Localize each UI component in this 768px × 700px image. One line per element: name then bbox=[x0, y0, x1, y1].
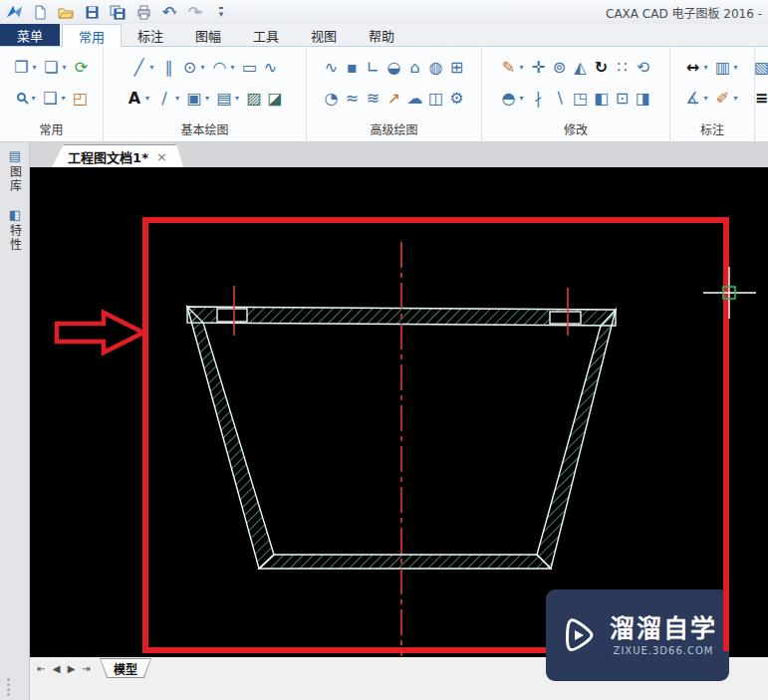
extend-icon[interactable]: ∖ bbox=[550, 89, 570, 109]
arrow-icon[interactable]: ↗ bbox=[384, 89, 404, 109]
coordinate-dimension-icon[interactable]: ∡ bbox=[683, 89, 703, 109]
spline-icon[interactable]: ∿ bbox=[261, 58, 281, 78]
line-caret-icon[interactable]: ▾ bbox=[150, 63, 158, 72]
tab-menu[interactable]: 菜单 bbox=[0, 24, 60, 46]
shift-icon[interactable]: ◧ bbox=[592, 89, 612, 109]
hole-icon[interactable]: ◍ bbox=[426, 58, 446, 78]
next-sheet-icon[interactable]: ▶ bbox=[64, 663, 79, 674]
annotation-caret-icon[interactable]: ▾ bbox=[734, 94, 742, 103]
zoom-caret-icon[interactable]: ▾ bbox=[32, 94, 40, 103]
coordinate-caret-icon[interactable]: ▾ bbox=[704, 94, 712, 103]
point-icon[interactable]: ▪ bbox=[343, 58, 363, 78]
paste-caret-icon[interactable]: ▾ bbox=[33, 63, 41, 72]
insert-table-icon[interactable]: ⊞ bbox=[447, 58, 467, 78]
break-icon[interactable]: ∤ bbox=[529, 89, 549, 109]
display-icon[interactable]: ◰ bbox=[71, 89, 91, 109]
curve-icon[interactable]: ∿ bbox=[322, 58, 342, 78]
table-caret-icon[interactable]: ▾ bbox=[235, 94, 243, 103]
group-label-modify: 修改 bbox=[482, 120, 669, 141]
mirror-icon[interactable]: ◭ bbox=[571, 58, 591, 78]
hatch-icon[interactable]: ▨ bbox=[244, 89, 264, 109]
fill-icon[interactable]: ◨ bbox=[634, 89, 653, 109]
block-caret-icon[interactable]: ▾ bbox=[205, 94, 213, 103]
copy-caret-icon[interactable]: ▾ bbox=[63, 63, 71, 72]
move-icon[interactable]: ✛ bbox=[529, 58, 549, 78]
centerline-icon[interactable]: ∕ bbox=[154, 89, 174, 109]
tolerance-caret-icon[interactable]: ▾ bbox=[734, 63, 742, 72]
stretch-icon[interactable]: ◓ bbox=[499, 89, 519, 109]
customize-quick-access-button[interactable]: ▾ bbox=[211, 3, 231, 22]
polygon-icon[interactable]: ⌂ bbox=[405, 58, 425, 78]
copy-entity-icon[interactable]: ⊚ bbox=[550, 58, 570, 78]
drawing-canvas[interactable] bbox=[30, 167, 768, 657]
tolerance-icon[interactable]: ▥ bbox=[713, 58, 733, 78]
style-partial-icon[interactable]: ▧ bbox=[755, 58, 768, 78]
close-icon[interactable]: × bbox=[156, 149, 167, 164]
centerline-caret-icon[interactable]: ▾ bbox=[175, 94, 183, 103]
sidebar-tab-library[interactable]: ▤ 图库 bbox=[3, 148, 27, 193]
open-file-icon[interactable] bbox=[56, 3, 76, 22]
rivet-icon[interactable]: ◫ bbox=[426, 89, 446, 109]
new-file-icon[interactable] bbox=[30, 3, 50, 22]
tab-dimension[interactable]: 标注 bbox=[122, 24, 179, 46]
arc-icon[interactable]: ◠ bbox=[210, 58, 230, 78]
partial-enlarge-icon[interactable]: ◔ bbox=[322, 89, 342, 109]
watermark-title: 溜溜自学 bbox=[610, 615, 717, 643]
print-icon[interactable] bbox=[133, 3, 153, 22]
annotation-icon[interactable]: ✐ bbox=[713, 89, 733, 109]
dimension-caret-icon[interactable]: ▾ bbox=[704, 63, 712, 72]
tab-help[interactable]: 帮助 bbox=[353, 24, 410, 46]
tab-frame[interactable]: 图幅 bbox=[179, 24, 237, 46]
prev-sheet-icon[interactable]: ◀ bbox=[49, 663, 64, 674]
first-sheet-icon[interactable]: ⇤ bbox=[34, 663, 49, 674]
rectangle-icon[interactable]: ▭ bbox=[240, 58, 260, 78]
refresh-icon[interactable]: ⟳ bbox=[72, 58, 92, 78]
parallel-line-icon[interactable]: ∥ bbox=[159, 58, 179, 78]
erase-icon[interactable]: ✎ bbox=[499, 58, 519, 78]
sheet-tab-model[interactable]: 模型 bbox=[100, 658, 151, 678]
array-icon[interactable]: ∷ bbox=[613, 58, 633, 78]
document-tab[interactable]: 工程图文档1* × bbox=[52, 144, 183, 167]
region-icon[interactable]: ◪ bbox=[265, 89, 285, 109]
table-icon[interactable]: ▤ bbox=[214, 89, 234, 109]
annotation-arrow-icon bbox=[57, 313, 143, 352]
last-sheet-icon[interactable]: ⇥ bbox=[79, 663, 94, 674]
stretch-caret-icon[interactable]: ▾ bbox=[520, 94, 528, 103]
arc-caret-icon[interactable]: ▾ bbox=[231, 63, 239, 72]
gear-icon[interactable]: ⚙ bbox=[447, 89, 467, 109]
formula-curve-icon[interactable]: ∟ bbox=[364, 58, 384, 78]
cloud-line-icon[interactable]: ☁ bbox=[405, 89, 425, 109]
pan-caret-icon[interactable]: ▾ bbox=[62, 94, 70, 103]
text-icon[interactable]: A bbox=[125, 89, 144, 109]
tab-tools[interactable]: 工具 bbox=[237, 24, 295, 46]
dimension-icon[interactable]: ↔ bbox=[683, 58, 703, 78]
text-caret-icon[interactable]: ▾ bbox=[145, 94, 153, 103]
manage-partial-icon[interactable]: ≡ bbox=[755, 89, 768, 109]
sidebar-tab-properties[interactable]: ◧ 特性 bbox=[3, 207, 27, 252]
left-sidebar: ▤ 图库 ◧ 特性 bbox=[0, 142, 30, 700]
zoom-icon[interactable] bbox=[17, 93, 26, 102]
rotate-icon[interactable]: ↻ bbox=[592, 58, 612, 78]
double-fold-line-icon[interactable]: ≋ bbox=[364, 89, 384, 109]
save-all-icon[interactable] bbox=[108, 3, 128, 22]
circle-icon[interactable]: ⊙ bbox=[180, 58, 200, 78]
wave-line-icon[interactable]: ≈ bbox=[343, 89, 363, 109]
drag-handle[interactable] bbox=[7, 678, 10, 696]
copy-icon[interactable]: ❏ bbox=[42, 58, 62, 78]
undo-caret-icon[interactable]: ▾ bbox=[172, 8, 176, 17]
erase-caret-icon[interactable]: ▾ bbox=[520, 63, 528, 72]
block-icon[interactable]: ▣ bbox=[184, 89, 204, 109]
tab-common[interactable]: 常用 bbox=[62, 24, 122, 47]
scale-icon[interactable]: ⟲ bbox=[634, 58, 653, 78]
line-icon[interactable]: ╱ bbox=[129, 58, 149, 78]
ellipse-icon[interactable]: ◒ bbox=[384, 58, 404, 78]
save-icon[interactable] bbox=[82, 3, 102, 22]
clip-icon[interactable]: ⊡ bbox=[613, 89, 633, 109]
redo-button[interactable]: ↷▾ bbox=[185, 3, 205, 22]
circle-caret-icon[interactable]: ▾ bbox=[201, 63, 209, 72]
undo-button[interactable]: ↶▾ bbox=[159, 3, 179, 22]
tab-view[interactable]: 视图 bbox=[295, 24, 353, 46]
pan-icon[interactable]: ❑ bbox=[41, 89, 61, 109]
trim-icon[interactable]: ◳ bbox=[571, 89, 591, 109]
paste-icon[interactable]: ❐ bbox=[12, 58, 32, 78]
